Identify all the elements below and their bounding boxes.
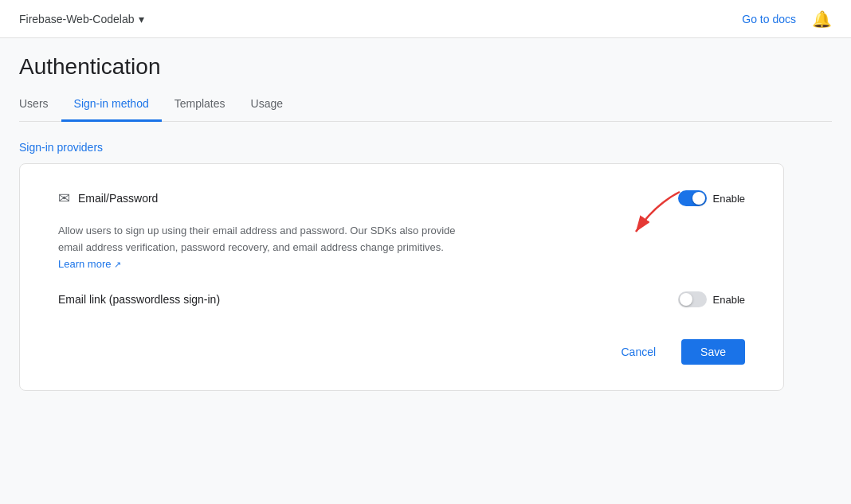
top-bar: Firebase-Web-Codelab ▾ Go to docs 🔔 <box>0 0 851 38</box>
notifications-icon[interactable]: 🔔 <box>812 10 832 29</box>
email-link-label: Email link (passwordless sign-in) <box>58 293 678 306</box>
toggle-track-on <box>678 190 707 206</box>
description-text: Allow users to sign up using their email… <box>58 225 456 253</box>
learn-more-label: Learn more <box>58 258 111 270</box>
card-actions: Cancel Save <box>58 333 745 365</box>
dropdown-icon: ▾ <box>139 13 144 25</box>
email-link-row: Email link (passwordless sign-in) Enable <box>58 291 745 307</box>
tab-users[interactable]: Users <box>19 88 61 122</box>
save-button[interactable]: Save <box>681 339 745 365</box>
project-name: Firebase-Web-Codelab <box>19 13 134 25</box>
cancel-button[interactable]: Cancel <box>605 339 672 365</box>
tab-usage[interactable]: Usage <box>238 88 296 122</box>
top-bar-right: Go to docs 🔔 <box>742 10 832 29</box>
email-password-text: Email/Password <box>78 192 158 205</box>
toggle-thumb <box>692 192 705 205</box>
sign-in-providers-card: ✉ Email/Password Enable Allow users to s… <box>19 163 784 391</box>
email-password-enable-label: Enable <box>713 193 745 205</box>
email-password-row: ✉ Email/Password Enable <box>58 189 745 207</box>
email-password-toggle-group: Enable <box>678 190 745 206</box>
email-password-toggle[interactable] <box>678 190 707 206</box>
email-password-description: Allow users to sign up using their email… <box>58 223 457 272</box>
page-title: Authentication <box>19 38 832 88</box>
go-to-docs-link[interactable]: Go to docs <box>742 13 796 25</box>
page-content: Authentication Users Sign-in method Temp… <box>0 38 851 391</box>
email-link-toggle-group: Enable <box>678 291 745 307</box>
email-link-toggle[interactable] <box>678 291 707 307</box>
toggle-track-off <box>678 291 707 307</box>
learn-more-link[interactable]: Learn more ↗ <box>58 258 121 270</box>
section-title: Sign-in providers <box>19 122 832 163</box>
email-link-enable-label: Enable <box>713 294 745 306</box>
external-link-icon: ↗ <box>114 260 121 269</box>
project-selector[interactable]: Firebase-Web-Codelab ▾ <box>19 13 144 25</box>
tab-templates[interactable]: Templates <box>162 88 238 122</box>
toggle-thumb-off <box>680 293 692 306</box>
tabs-nav: Users Sign-in method Templates Usage <box>19 88 832 122</box>
email-password-label: ✉ Email/Password <box>58 189 678 207</box>
tab-signin-method[interactable]: Sign-in method <box>61 88 162 122</box>
email-icon: ✉ <box>58 189 70 207</box>
